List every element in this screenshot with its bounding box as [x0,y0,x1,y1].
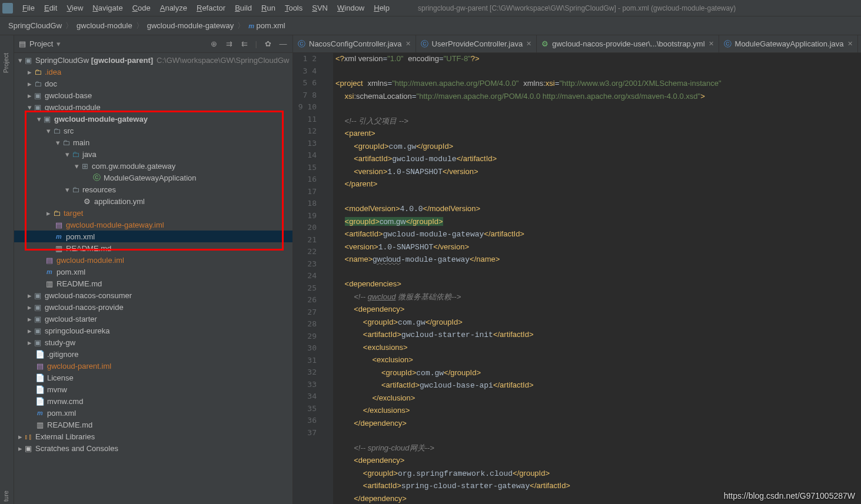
breadcrumb: SpringCloudGw〉 gwcloud-module〉 gwcloud-m… [0,16,861,35]
editor-tab[interactable]: ⓒModuleGatewayApplication.java✕ [719,35,858,52]
module-icon: ▣ [24,56,33,64]
tree-item[interactable]: ▸▣gwcloud-nacos-provide [14,301,292,313]
tree-item[interactable]: 📄.gitignore [14,348,292,360]
editor-tab[interactable]: ⓒUserProvideController.java✕ [416,35,537,52]
tree-item[interactable]: ▾🗀src [14,125,292,136]
file-icon: 📄 [35,350,45,358]
tree-item[interactable]: ▥README.md [14,419,292,430]
left-rail: Project ture [0,35,14,504]
hide-icon[interactable]: — [278,39,288,49]
tree-item[interactable]: ▸⫾⫿External Libraries [14,430,292,442]
breadcrumb-item[interactable]: SpringCloudGw [5,21,65,30]
editor-tab[interactable]: ⓒNacosConfigController.java✕ [293,35,416,52]
tree-item[interactable]: ▸▣springcloud-eureka [14,325,292,336]
editor-tabs: ⓒNacosConfigController.java✕ⓒUserProvide… [293,35,861,53]
tree-item[interactable]: 📄License [14,372,292,383]
menubar: FileEditViewNavigateCodeAnalyzeRefactorB… [0,0,861,16]
menu-run[interactable]: Run [257,4,280,12]
tree-item[interactable]: ▸▣study-gw [14,336,292,348]
tree-item[interactable]: ▸▣gwcloud-nacos-consumer [14,289,292,301]
menu-navigate[interactable]: Navigate [88,4,127,12]
tree-item[interactable]: 📄mvnw.cmd [14,395,292,407]
tree-item[interactable]: ▥README.md [14,278,292,289]
svg-rect-0 [4,5,11,12]
breadcrumb-item[interactable]: gwcloud-module-gateway [144,21,237,30]
tree-item[interactable]: ▸▣gwcloud-base [14,89,292,101]
close-icon[interactable]: ✕ [526,40,531,48]
tree-item[interactable]: ⚙application.yml [14,195,292,207]
folder-icon: 🗀 [33,79,42,88]
close-icon[interactable]: ✕ [847,40,853,48]
project-tree[interactable]: ▾▣SpringCloudGw [gwcloud-parent]C:\GW\wo… [14,53,292,504]
module-icon: ▣ [33,315,42,323]
tree-item[interactable]: ▸🗀doc [14,78,292,89]
line-gutter: 1 2 3 4 5 6 7 8 9 10 11 12 13 14 15 16 1… [293,53,321,504]
settings-icon[interactable]: ✿ [263,39,272,49]
rail-project-label[interactable]: Project [2,53,9,73]
source-folder-icon: 🗀 [71,150,80,158]
tree-item[interactable]: ▾⊞com.gw.module.gateway [14,160,292,172]
folder-icon: 🗀 [61,138,71,146]
tree-item[interactable]: ▤gwcloud-module.iml [14,254,292,266]
file-icon: 📄 [35,397,45,405]
chevron-right-icon[interactable]: ▸ [26,68,33,76]
tree-item[interactable]: ▥README.md [14,242,292,254]
tree-item[interactable]: ▸▣Scratches and Consoles [14,442,292,454]
resources-folder-icon: 🗀 [71,185,80,193]
module-icon: ▣ [42,115,52,123]
markdown-icon: ▥ [35,420,45,429]
tree-item-selected[interactable]: mpom.xml [14,231,292,242]
tree-item[interactable]: ▾▣gwcloud-module [14,101,292,113]
tree-item[interactable]: ▾▣gwcloud-module-gateway [14,113,292,125]
tree-item[interactable]: 📄mvnw [14,383,292,395]
package-icon: ⊞ [80,162,89,170]
close-icon[interactable]: ✕ [709,40,714,48]
breadcrumb-item[interactable]: m pom.xml [245,21,289,30]
chevron-down-icon[interactable]: ▾ [16,56,24,65]
breadcrumb-item[interactable]: gwcloud-module [73,21,136,30]
maven-icon: m [54,232,64,241]
rail-structure-label[interactable]: ture [2,490,9,502]
tree-root[interactable]: ▾▣SpringCloudGw [gwcloud-parent]C:\GW\wo… [14,54,292,66]
tree-item[interactable]: ▤gwcloud-module-gateway.iml [14,219,292,231]
module-icon: ▣ [33,338,42,346]
tree-item[interactable]: ⓒModuleGatewayApplication [14,172,292,183]
menu-file[interactable]: File [18,4,39,12]
tree-item[interactable]: ▾🗀resources [14,183,292,195]
iml-icon: ▤ [35,362,45,370]
expand-icon[interactable]: ⇉ [225,39,234,49]
file-icon: 📄 [35,373,45,382]
code-editor[interactable]: <?xml version="1.0" encoding="UTF-8"?> <… [333,53,861,504]
project-view-title[interactable]: ▤Project▾ [19,39,210,48]
module-icon: ▣ [33,303,42,311]
tree-item[interactable]: ▸▣gwcloud-starter [14,313,292,325]
tree-item[interactable]: ▾🗀main [14,136,292,148]
menu-help[interactable]: Help [369,4,394,12]
tree-item[interactable]: mpom.xml [14,407,292,419]
menu-edit[interactable]: Edit [39,4,62,12]
menu-code[interactable]: Code [128,4,155,12]
menu-tools[interactable]: Tools [280,4,307,12]
editor-tab[interactable]: ⚙gwcloud-nacos-provide-user\...\bootstra… [537,35,719,52]
file-icon: 📄 [35,385,45,393]
collapse-icon[interactable]: ⇇ [240,39,250,49]
iml-icon: ▤ [54,221,64,229]
menu-svn[interactable]: SVN [307,4,333,12]
tree-item[interactable]: mpom.xml [14,266,292,278]
tree-item[interactable]: ▸🗀.idea [14,66,292,78]
library-icon: ⫾⫿ [24,432,33,440]
close-icon[interactable]: ✕ [405,40,411,48]
menu-analyze[interactable]: Analyze [155,4,192,12]
tree-item[interactable]: ▾🗀java [14,148,292,160]
menu-view[interactable]: View [62,4,88,12]
module-icon: ▣ [33,91,42,99]
menu-refactor[interactable]: Refactor [192,4,230,12]
tree-item[interactable]: ▤gwcloud-parent.iml [14,360,292,372]
maven-icon: m [45,268,54,276]
tree-item[interactable]: ▸🗀target [14,207,292,219]
window-title: springcloud-gw-parent [C:\GW\workspace\G… [418,4,736,12]
menu-window[interactable]: Window [333,4,369,12]
project-tool-window: ▤Project▾ ⊕ ⇉ ⇇ | ✿ — ▾▣SpringCloudGw [g… [14,35,293,504]
locate-icon[interactable]: ⊕ [210,39,219,49]
menu-build[interactable]: Build [230,4,257,12]
